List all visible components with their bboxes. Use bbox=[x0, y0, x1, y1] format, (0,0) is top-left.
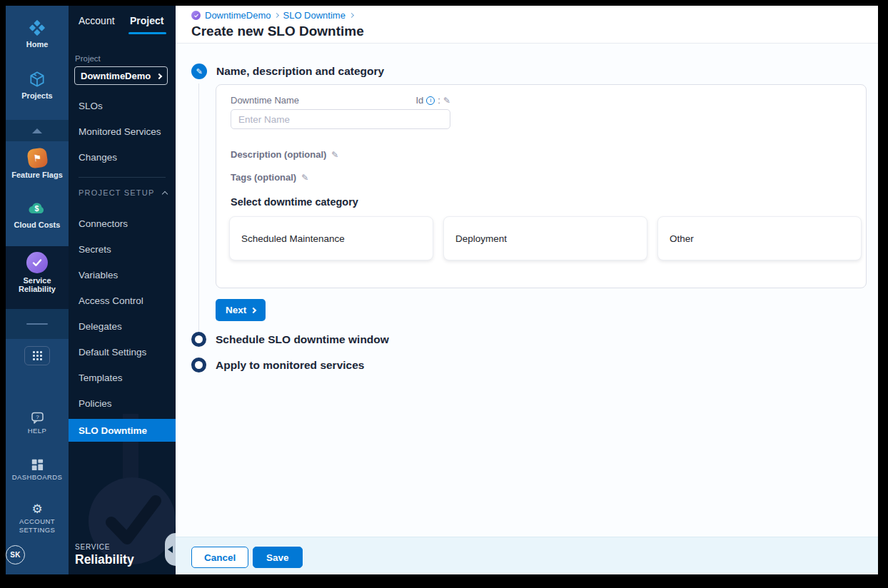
rail-item-home[interactable]: Home bbox=[6, 14, 69, 53]
module-rail: Home Projects ⚑ Feature Fla bbox=[6, 6, 69, 574]
downtime-name-label: Downtime Name bbox=[231, 95, 299, 106]
step3-ring-icon bbox=[191, 358, 206, 372]
sidebar-item-policies[interactable]: Policies bbox=[69, 390, 176, 416]
step2-ring-icon bbox=[191, 332, 206, 347]
category-section-label: Select downtime category bbox=[231, 196, 358, 208]
step2-header[interactable]: Schedule SLO downtime window bbox=[191, 332, 389, 347]
info-icon[interactable]: i bbox=[426, 96, 435, 105]
description-toggle[interactable]: Description (optional) ✎ bbox=[231, 149, 338, 160]
rail-item-cloud-costs[interactable]: $ Cloud Costs bbox=[6, 195, 69, 233]
sidebar-divider bbox=[79, 177, 166, 178]
chevron-right-icon bbox=[156, 73, 162, 78]
category-card-scheduled-maintenance[interactable]: Scheduled Maintenance bbox=[229, 216, 433, 260]
project-setup-label: PROJECT SETUP bbox=[79, 188, 154, 197]
module-kicker: SERVICE bbox=[75, 543, 134, 551]
rail-item-label: Home bbox=[26, 40, 49, 49]
edit-id-pencil-icon[interactable]: ✎ bbox=[443, 96, 450, 106]
sidebar-item-slos[interactable]: SLOs bbox=[69, 93, 176, 118]
sidebar-item-connectors[interactable]: Connectors bbox=[69, 211, 176, 236]
main-panel: DowntimeDemo SLO Downtime Create new SLO… bbox=[176, 6, 878, 574]
action-footer: Cancel Save bbox=[176, 537, 878, 574]
app-window: Home Projects ⚑ Feature Fla bbox=[6, 6, 878, 574]
tab-account[interactable]: Account bbox=[79, 15, 115, 26]
sidebar-item-slo-downtime[interactable]: SLO Downtime bbox=[69, 419, 176, 442]
collapse-arrow-icon bbox=[168, 546, 173, 553]
sidebar-item-access-control[interactable]: Access Control bbox=[69, 288, 176, 313]
home-icon bbox=[28, 19, 46, 37]
rail-item-label: DASHBOARDS bbox=[12, 473, 63, 482]
dashboards-icon bbox=[31, 458, 44, 471]
chevron-up-icon bbox=[162, 191, 168, 196]
svg-text:?: ? bbox=[36, 414, 39, 420]
step-connector-line bbox=[198, 83, 199, 333]
id-separator: : bbox=[438, 95, 440, 106]
rail-item-label: Service Reliability bbox=[14, 276, 60, 293]
sidebar-nav-setup: Connectors Secrets Variables Access Cont… bbox=[69, 211, 176, 416]
divider-dash-icon bbox=[26, 323, 48, 325]
edit-tags-pencil-icon: ✎ bbox=[301, 173, 308, 183]
breadcrumb-project-link[interactable]: DowntimeDemo bbox=[205, 10, 271, 21]
step1-edit-badge: ✎ bbox=[191, 64, 207, 79]
next-button[interactable]: Next bbox=[216, 299, 266, 321]
downtime-name-input[interactable] bbox=[231, 109, 450, 129]
project-selector-value: DowntimeDemo bbox=[81, 71, 151, 81]
help-chat-icon: ? bbox=[29, 412, 45, 425]
step1-form-card: Downtime Name Id i : ✎ Description (opti… bbox=[216, 84, 867, 288]
project-selector[interactable]: DowntimeDemo bbox=[74, 66, 168, 85]
user-avatar[interactable]: SK bbox=[6, 545, 25, 564]
rail-item-label: Cloud Costs bbox=[14, 220, 61, 229]
sidebar-item-default-settings[interactable]: Default Settings bbox=[69, 339, 176, 365]
sidebar-item-monitored-services[interactable]: Monitored Services bbox=[69, 118, 176, 144]
rail-item-help[interactable]: ? HELP bbox=[6, 408, 69, 439]
breadcrumb-slo-downtime-link[interactable]: SLO Downtime bbox=[283, 10, 345, 21]
rail-item-feature-flags[interactable]: ⚑ Feature Flags bbox=[6, 144, 69, 183]
id-label: Id bbox=[415, 95, 423, 106]
gear-icon: ⚙ bbox=[31, 503, 42, 515]
rail-item-projects[interactable]: Projects bbox=[6, 66, 69, 104]
sidebar-collapse-button[interactable] bbox=[165, 533, 176, 566]
rail-item-label: Projects bbox=[21, 91, 52, 100]
tags-label: Tags (optional) bbox=[231, 172, 296, 183]
nine-dots-icon bbox=[33, 351, 42, 360]
active-tab-underline bbox=[128, 32, 166, 34]
cancel-button[interactable]: Cancel bbox=[191, 547, 248, 568]
svg-text:$: $ bbox=[35, 204, 39, 213]
chevron-right-icon bbox=[349, 13, 354, 18]
step2-title: Schedule SLO downtime window bbox=[216, 333, 389, 346]
chevron-right-icon bbox=[251, 307, 256, 313]
project-setup-header[interactable]: PROJECT SETUP bbox=[79, 188, 167, 197]
tags-toggle[interactable]: Tags (optional) ✎ bbox=[231, 172, 308, 183]
rail-item-label: HELP bbox=[28, 427, 46, 435]
rail-scroll-up[interactable] bbox=[6, 120, 69, 141]
rail-item-dashboards[interactable]: DASHBOARDS bbox=[6, 455, 69, 485]
rail-item-service-reliability[interactable]: Service Reliability bbox=[6, 246, 69, 309]
sidebar-item-variables[interactable]: Variables bbox=[69, 262, 176, 288]
project-label: Project bbox=[75, 54, 101, 63]
module-picker-button[interactable] bbox=[24, 346, 50, 365]
wizard-content: ✎ Name, description and category Downtim… bbox=[176, 44, 878, 537]
pencil-icon: ✎ bbox=[196, 67, 202, 76]
triangle-up-icon bbox=[32, 128, 42, 133]
sidebar-item-delegates[interactable]: Delegates bbox=[69, 313, 176, 339]
rail-mid-section: ⚑ Feature Flags $ Cloud Costs bbox=[6, 141, 69, 246]
feature-flags-icon: ⚑ bbox=[26, 147, 48, 168]
rail-item-label: ACCOUNT SETTINGS bbox=[15, 517, 59, 534]
module-picker-wrap bbox=[6, 339, 69, 372]
sidebar-item-secrets[interactable]: Secrets bbox=[69, 236, 176, 262]
tab-project[interactable]: Project bbox=[130, 15, 163, 26]
service-reliability-icon bbox=[26, 252, 48, 273]
next-button-label: Next bbox=[226, 305, 246, 315]
page-title: Create new SLO Downtime bbox=[191, 24, 364, 39]
sidebar-item-changes[interactable]: Changes bbox=[69, 144, 176, 170]
category-card-deployment[interactable]: Deployment bbox=[443, 216, 647, 260]
description-label: Description (optional) bbox=[231, 149, 326, 160]
category-cards: Scheduled Maintenance Deployment Other bbox=[229, 216, 862, 260]
save-button[interactable]: Save bbox=[253, 547, 303, 568]
step1-header[interactable]: ✎ Name, description and category bbox=[191, 64, 384, 79]
rail-item-account-settings[interactable]: ⚙ ACCOUNT SETTINGS bbox=[6, 500, 69, 538]
step3-title: Apply to monitored services bbox=[216, 359, 364, 372]
sidebar-item-templates[interactable]: Templates bbox=[69, 365, 176, 390]
step3-header[interactable]: Apply to monitored services bbox=[191, 358, 364, 372]
category-card-other[interactable]: Other bbox=[657, 216, 862, 260]
cloud-costs-icon: $ bbox=[26, 199, 48, 218]
